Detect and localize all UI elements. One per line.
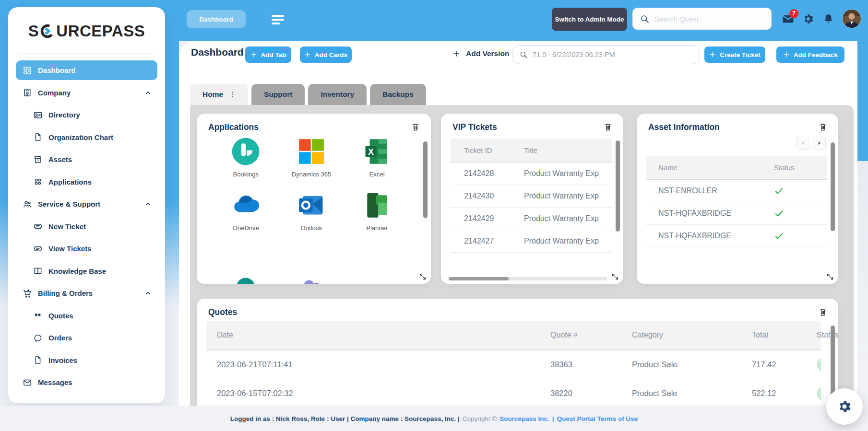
footer-segment[interactable]: Quest Portal Terms of Use (557, 415, 638, 422)
sidebar-item[interactable]: Organization Chart (16, 128, 157, 147)
app-tile[interactable]: Planner (344, 190, 410, 232)
applications-overflow-row (213, 272, 410, 284)
logo-text-right: URCEPASS (56, 22, 145, 40)
switch-admin-mode-button[interactable]: Switch to Admin Mode (552, 8, 627, 31)
sidebar-item[interactable]: Directory (16, 105, 157, 125)
table-row[interactable]: 2142427 Product Warranty Exp (451, 230, 612, 253)
gear-icon[interactable] (802, 13, 814, 25)
sidebar-item[interactable]: Service & Support (16, 194, 157, 214)
quote-category-cell: Product Sale (632, 389, 752, 398)
sidebar-item-label: View Tickets (48, 245, 92, 253)
chevron-up-icon[interactable] (144, 89, 152, 96)
purple-app-icon[interactable] (300, 272, 322, 284)
sidebar-item[interactable]: Billing & Orders (16, 283, 157, 303)
footer: Logged in as : Nick Ross, Role : User | … (0, 406, 868, 431)
sidebar-item[interactable]: Quotes (16, 306, 157, 326)
dashboard-tab[interactable]: Backups (370, 84, 426, 105)
resize-handle-icon[interactable] (419, 273, 427, 280)
vip-tickets-card: VIP Tickets Ticket ID Title 2142428 Prod… (441, 114, 623, 284)
table-header-row: Date Quote # Category Total Status (206, 321, 821, 350)
table-row[interactable]: 2142429 Product Warranty Exp (451, 208, 612, 230)
table-row[interactable]: 2023-06-15T07:02:32 38220 Product Sale 5… (206, 379, 821, 406)
global-search-input[interactable] (654, 15, 764, 23)
table-row[interactable]: NST-HQFAXBRIDGE (646, 202, 827, 225)
trash-icon[interactable] (818, 307, 828, 317)
version-search[interactable] (512, 45, 700, 64)
sidebar-item[interactable]: Messages (16, 373, 157, 392)
bell-icon[interactable] (822, 13, 834, 25)
app-label: Excel (369, 171, 385, 178)
horizontal-scrollbar[interactable] (449, 277, 607, 280)
page-prev-button[interactable] (797, 137, 809, 150)
chevron-up-icon[interactable] (144, 200, 152, 208)
kebab-menu-icon[interactable] (229, 91, 236, 98)
app-tile[interactable]: Dynamics 365 (279, 137, 345, 178)
red-app-icon[interactable] (366, 272, 388, 284)
app-tile[interactable]: Outlook (279, 190, 345, 232)
global-search[interactable] (632, 8, 772, 30)
search-icon (640, 14, 650, 24)
ticket-id-cell: 2142428 (464, 169, 524, 178)
dashboard-tab[interactable]: Support (251, 84, 305, 105)
resize-handle-icon[interactable] (611, 273, 619, 280)
table-row[interactable]: NST-ENROLLER (646, 180, 827, 202)
settings-fab[interactable] (826, 388, 863, 425)
sidebar-item[interactable]: View Tickets (16, 239, 157, 258)
table-row[interactable]: 2142428 Product Warranty Exp (451, 163, 612, 185)
resize-handle-icon[interactable] (826, 273, 834, 280)
table-row[interactable]: NST-HQFAXBRIDGE (646, 225, 827, 247)
sidebar-item[interactable]: Dashboard (16, 60, 157, 80)
table-row[interactable]: 2023-06-21T07:11:41 38363 Product Sale 7… (206, 350, 821, 379)
quote-date-cell: 2023-06-15T07:02:32 (217, 389, 550, 398)
card-title: Applications (208, 122, 259, 132)
sidebar-item[interactable]: Orders (16, 328, 157, 348)
sidebar-item[interactable]: Company (16, 83, 157, 103)
chevron-up-icon[interactable] (144, 290, 152, 297)
ticket-title-cell: Product Warranty Exp (524, 169, 612, 178)
footer-segment[interactable]: | (552, 415, 554, 422)
col-quote-number: Quote # (550, 331, 632, 339)
check-icon (774, 209, 784, 219)
app-tile[interactable]: OneDrive (213, 190, 279, 232)
page-scrollbar[interactable] (857, 41, 868, 431)
add-cards-button[interactable]: Add Cards (300, 47, 352, 63)
create-ticket-button[interactable]: Create Ticket (704, 47, 765, 63)
footer-segment[interactable]: Sourcepass Inc. (499, 415, 549, 422)
vertical-scrollbar[interactable] (616, 140, 620, 232)
trash-icon[interactable] (818, 122, 828, 132)
search-icon (519, 50, 528, 59)
dashboard-tab[interactable]: Inventory (308, 84, 367, 105)
app-tile[interactable]: X Excel (344, 137, 410, 178)
sidebar-item[interactable]: Invoices (16, 350, 157, 370)
plus-icon (250, 51, 257, 58)
menu-toggle-icon[interactable] (272, 15, 285, 25)
dashboard-tab[interactable]: Home (190, 84, 248, 105)
app-label: Planner (366, 224, 388, 232)
add-feedback-button[interactable]: Add Feedback (776, 47, 844, 63)
sidebar-item[interactable]: Assets (16, 150, 157, 169)
page-next-button[interactable] (813, 137, 826, 150)
add-tab-button[interactable]: Add Tab (245, 47, 291, 63)
footer-segment[interactable]: Copyright © (463, 415, 497, 422)
trash-icon[interactable] (411, 122, 420, 132)
plus-icon (783, 51, 790, 58)
sidebar-item[interactable]: New Ticket (16, 217, 157, 236)
page-scrollbar-thumb[interactable] (857, 41, 868, 161)
trash-icon[interactable] (603, 122, 613, 132)
mail-icon[interactable]: 7 (782, 13, 794, 25)
current-page-chip[interactable]: Dashboard (187, 10, 246, 28)
footer-segment[interactable]: Logged in as : Nick Ross, Role : User | … (230, 415, 460, 422)
vertical-scrollbar[interactable] (831, 142, 835, 231)
sidebar-item-label: Billing & Orders (38, 289, 93, 297)
version-search-input[interactable] (533, 51, 693, 58)
teal-app-icon[interactable] (235, 272, 257, 284)
app-tile[interactable]: Bookings (213, 137, 279, 178)
logo-text-left: S (28, 22, 39, 40)
sidebar-item[interactable]: Knowledge Base (16, 261, 157, 281)
add-version-button[interactable]: Add Version (452, 49, 509, 58)
table-row[interactable]: 2142430 Product Warranty Exp (451, 185, 612, 208)
sidebar-item[interactable]: Applications (16, 172, 157, 192)
user-avatar[interactable] (843, 10, 861, 28)
vertical-scrollbar[interactable] (423, 141, 428, 218)
app-label: OneDrive (233, 224, 259, 232)
